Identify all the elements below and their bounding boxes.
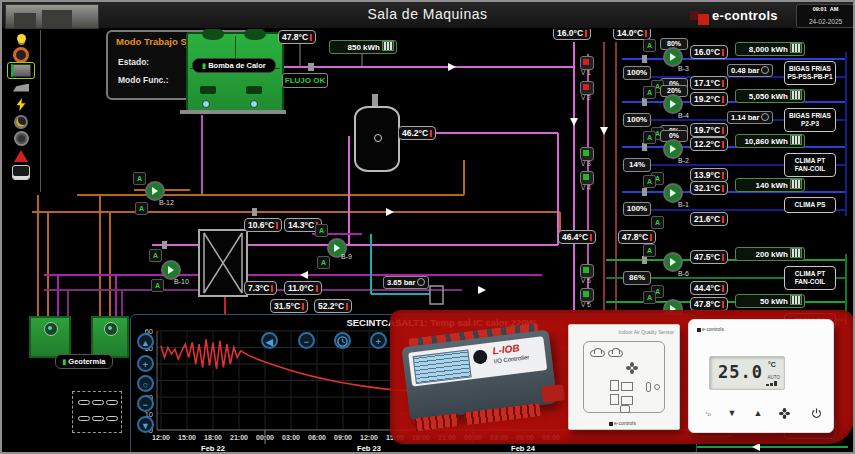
sidebar-item-energy[interactable] xyxy=(8,97,34,112)
circuit-supply-temp: 32.1°C xyxy=(690,181,728,195)
thermometer-icon xyxy=(585,30,587,37)
fan-icon xyxy=(202,28,224,40)
heat-pump-label[interactable]: ▮ Bomba de Calor xyxy=(192,58,276,73)
valve[interactable] xyxy=(580,147,594,161)
liob-controller-image: L-IOB I/O Controller xyxy=(394,312,571,447)
thermometer-icon xyxy=(271,285,273,292)
gauge-icon xyxy=(417,278,425,286)
cloud-icon xyxy=(608,350,623,357)
zoom-in-x-button[interactable]: + xyxy=(370,332,387,349)
pump-b2[interactable] xyxy=(663,139,683,159)
load-label: CLIMA PTFAN-COIL xyxy=(784,266,836,290)
pan-up-button[interactable]: ▲ xyxy=(137,333,154,350)
thermometer-icon xyxy=(722,185,724,192)
pan-left-button[interactable]: ◀ xyxy=(261,332,278,349)
heat-exchanger[interactable] xyxy=(198,229,248,297)
thermometer-icon xyxy=(722,172,724,179)
valve-label: V 1 xyxy=(581,69,591,76)
thermometer-icon xyxy=(276,222,278,229)
brand-logo: e-controls xyxy=(609,420,636,426)
pump-speed: 14% xyxy=(623,158,651,172)
time-range-button[interactable] xyxy=(334,332,351,349)
geothermal-unit[interactable] xyxy=(29,316,71,358)
pump-b10[interactable] xyxy=(161,260,181,280)
meter-icon xyxy=(790,135,802,145)
display-icon xyxy=(621,382,633,391)
svg-text:Feb 23: Feb 23 xyxy=(357,444,381,453)
pump-b12[interactable] xyxy=(145,181,165,201)
valve[interactable] xyxy=(580,264,594,278)
humidity-icon xyxy=(654,384,660,390)
unit-base xyxy=(180,110,286,114)
valve-label: V 2 xyxy=(581,94,591,101)
zoom-out-y-button[interactable]: − xyxy=(137,395,154,412)
pump-label: B-4 xyxy=(678,112,689,119)
buffer-tank[interactable] xyxy=(354,106,400,172)
load-label: CLIMA PS xyxy=(784,197,836,213)
sidebar-item-machine-room[interactable] xyxy=(8,63,34,78)
top-bar: Sala de Maquinas e-controls 09:01 AM 24-… xyxy=(2,2,853,29)
connector xyxy=(541,384,565,403)
time-ampm: AM xyxy=(830,6,839,12)
zoom-in-y-button[interactable]: + xyxy=(137,355,154,372)
geothermal-label[interactable]: ▮ Geotermia xyxy=(55,354,113,369)
flow-status-badge: FLUJO OK xyxy=(282,73,328,88)
power-button[interactable] xyxy=(809,408,823,421)
indicator-light xyxy=(202,100,210,108)
thermometer-icon xyxy=(590,234,592,241)
thermometer-icon xyxy=(722,96,724,103)
circuit-energy: 8,000 kWh xyxy=(735,42,805,56)
thermometer-icon xyxy=(722,141,724,148)
heat-pump-unit[interactable] xyxy=(186,32,284,114)
pan-down-button[interactable]: ▼ xyxy=(137,416,154,433)
pump-b6[interactable] xyxy=(663,252,683,272)
auto-status: A xyxy=(643,39,656,52)
settings-button[interactable]: °o xyxy=(701,408,715,418)
sidebar-item-metering[interactable] xyxy=(8,114,34,129)
thermometer-icon xyxy=(302,303,304,310)
fan-button[interactable] xyxy=(777,408,791,421)
valve-label: V 4 xyxy=(581,184,591,191)
temp-down-button[interactable]: ▼ xyxy=(725,408,739,418)
pump-b3[interactable] xyxy=(663,47,683,67)
thermometer-icon xyxy=(346,303,348,310)
scada-screen: Sala de Maquinas e-controls 09:01 AM 24-… xyxy=(0,0,855,454)
sidebar-item-air-handler[interactable] xyxy=(8,80,34,95)
display-icon xyxy=(621,396,633,405)
sidebar-item-users[interactable] xyxy=(8,165,34,180)
sidebar-item-hvac[interactable] xyxy=(8,47,34,62)
temp-up-button[interactable]: ▲ xyxy=(751,408,765,418)
circuit-supply-temp: 19.2°C xyxy=(690,92,728,106)
sidebar-item-lights[interactable] xyxy=(8,31,34,46)
pump-b1[interactable] xyxy=(663,183,683,203)
indicator-light xyxy=(250,100,258,108)
mode-indicator: AUTO xyxy=(768,375,780,380)
meter-icon xyxy=(790,295,802,305)
valve[interactable] xyxy=(580,288,594,302)
valve-label: V 3 xyxy=(581,160,591,167)
pump-label: B-3 xyxy=(678,65,689,72)
auto-status: A xyxy=(315,224,328,237)
hx-temp: 31.5°C xyxy=(270,299,308,313)
reset-zoom-button[interactable]: ○ xyxy=(137,375,154,392)
fan-icon xyxy=(104,322,118,336)
sidebar-nav xyxy=(2,28,42,198)
pump-label: B-12 xyxy=(159,199,174,206)
zoom-out-x-button[interactable]: − xyxy=(298,332,315,349)
brand-logo: e-controls xyxy=(697,326,724,332)
sidebar-item-fans[interactable] xyxy=(8,131,34,146)
valve[interactable] xyxy=(580,56,594,70)
valve[interactable] xyxy=(580,81,594,95)
valve-label: V 6 xyxy=(581,301,591,308)
energy-meter: 850 kWh xyxy=(329,40,397,54)
pump-b4[interactable] xyxy=(663,94,683,114)
thermometer-icon xyxy=(650,234,652,241)
date-value: 24-02-2025 xyxy=(797,19,854,26)
user-icon xyxy=(12,165,30,180)
geothermal-unit[interactable] xyxy=(91,316,129,358)
logo-square xyxy=(697,328,701,332)
circuit-energy: 5,050 kWh xyxy=(735,89,805,103)
sidebar-item-alarms[interactable] xyxy=(8,148,34,163)
circuit-energy: 50 kWh xyxy=(735,294,805,308)
valve[interactable] xyxy=(580,171,594,185)
